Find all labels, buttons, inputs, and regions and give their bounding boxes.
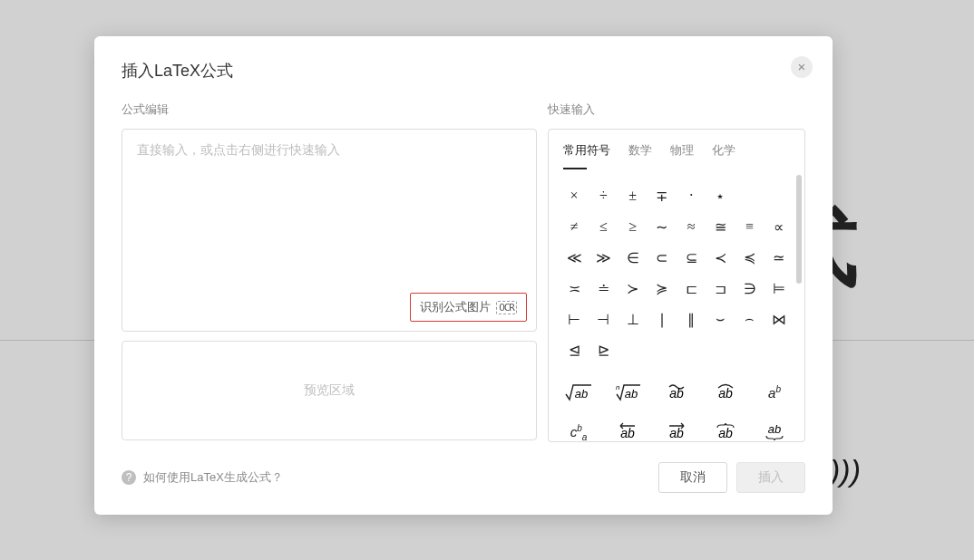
- symbol-cell[interactable]: ≈: [678, 213, 704, 240]
- template-rarrow[interactable]: ab: [656, 416, 697, 441]
- symbol-cell[interactable]: ⌣: [707, 305, 733, 333]
- symbol-cell[interactable]: ≥: [620, 213, 646, 240]
- template-overbrace[interactable]: ab: [705, 416, 746, 441]
- symbol-cell[interactable]: ≍: [561, 275, 587, 302]
- symbol-cell[interactable]: ⊂: [649, 244, 675, 271]
- symbol-cell[interactable]: ⊆: [678, 244, 704, 271]
- symbol-cell[interactable]: ⌢: [737, 305, 763, 333]
- symbol-cell[interactable]: ⊵: [590, 336, 616, 363]
- tab-2[interactable]: 物理: [670, 142, 694, 169]
- symbol-cell[interactable]: ⊣: [590, 305, 616, 333]
- cancel-button[interactable]: 取消: [658, 462, 727, 493]
- symbol-cell[interactable]: ≃: [766, 244, 792, 271]
- tab-0[interactable]: 常用符号: [563, 142, 610, 169]
- template-larrow[interactable]: ab: [607, 416, 648, 441]
- editor-box: 识别公式图片 OCR: [122, 129, 537, 332]
- template-tilde[interactable]: ab: [656, 376, 697, 409]
- symbol-cell[interactable]: ⊏: [678, 275, 704, 302]
- symbol-cell[interactable]: ∋: [737, 275, 763, 302]
- symbol-cell[interactable]: ⊢: [561, 305, 587, 333]
- symbol-cell[interactable]: ±: [620, 182, 646, 209]
- symbol-cell[interactable]: ≅: [707, 213, 733, 240]
- symbol-cell[interactable]: ≐: [590, 275, 616, 302]
- help-icon: ?: [122, 470, 136, 485]
- template-hat[interactable]: ab: [705, 376, 746, 409]
- editor-section-label: 公式编辑: [122, 101, 537, 118]
- template-subsup[interactable]: cba: [558, 416, 599, 441]
- symbol-cell[interactable]: ⊥: [620, 305, 646, 333]
- insert-button[interactable]: 插入: [736, 462, 805, 493]
- ocr-icon: OCR: [496, 301, 517, 314]
- quick-tabs: 常用符号数学物理化学: [549, 130, 804, 169]
- symbol-cell[interactable]: ≤: [590, 213, 616, 240]
- symbol-cell[interactable]: ≡: [737, 213, 763, 240]
- symbol-cell[interactable]: ≽: [649, 275, 675, 302]
- template-underbrace[interactable]: ab: [754, 416, 795, 441]
- svg-text:ab: ab: [718, 426, 733, 440]
- quick-section-label: 快速输入: [548, 101, 805, 118]
- quick-input-panel: 常用符号数学物理化学 ×÷±∓·⋆≠≤≥∼≈≅≡∝≪≫∈⊂⊆≺≼≃≍≐≻≽⊏⊐∋…: [548, 129, 805, 442]
- svg-text:ab: ab: [669, 426, 684, 440]
- svg-text:ab: ab: [625, 387, 638, 401]
- template-nthroot[interactable]: nab: [607, 376, 648, 409]
- template-sup[interactable]: ab: [754, 376, 795, 409]
- symbol-cell[interactable]: ≫: [590, 244, 616, 271]
- svg-text:ab: ab: [669, 386, 684, 401]
- tab-1[interactable]: 数学: [628, 142, 652, 169]
- symbol-cell[interactable]: ∥: [678, 305, 704, 333]
- svg-text:n: n: [616, 383, 620, 391]
- template-sqrt[interactable]: ab: [558, 376, 599, 409]
- symbol-cell[interactable]: ≼: [737, 244, 763, 271]
- symbol-cell[interactable]: ·: [678, 182, 704, 209]
- svg-text:ab: ab: [620, 426, 635, 440]
- ocr-button-label: 识别公式图片: [420, 299, 491, 315]
- help-text: 如何使用LaTeX生成公式？: [143, 469, 283, 486]
- symbol-cell[interactable]: ÷: [590, 182, 616, 209]
- symbol-cell[interactable]: ⊐: [707, 275, 733, 302]
- symbols-area: ×÷±∓·⋆≠≤≥∼≈≅≡∝≪≫∈⊂⊆≺≼≃≍≐≻≽⊏⊐∋⊨⊢⊣⊥∣∥⌣⌢⋈⊴⊵…: [549, 169, 804, 441]
- svg-text:ab: ab: [575, 387, 588, 401]
- symbol-cell[interactable]: ∓: [649, 182, 675, 209]
- symbol-cell[interactable]: ×: [561, 182, 587, 209]
- svg-text:ab: ab: [768, 422, 781, 436]
- svg-text:ab: ab: [718, 386, 733, 401]
- symbol-cell[interactable]: ∝: [766, 213, 792, 240]
- scrollbar-thumb[interactable]: [796, 175, 802, 284]
- symbol-cell[interactable]: ≻: [620, 275, 646, 302]
- ocr-button[interactable]: 识别公式图片 OCR: [410, 293, 527, 322]
- symbol-cell[interactable]: ≪: [561, 244, 587, 271]
- symbol-cell[interactable]: ⋈: [766, 305, 792, 333]
- symbol-cell[interactable]: ⊴: [561, 336, 587, 363]
- symbol-cell[interactable]: ∣: [649, 305, 675, 333]
- symbol-cell[interactable]: ⊨: [766, 275, 792, 302]
- preview-area: 预览区域: [122, 341, 537, 440]
- preview-placeholder: 预览区域: [304, 382, 355, 399]
- symbol-cell[interactable]: ⋆: [707, 182, 733, 209]
- latex-modal: 插入LaTeX公式 × 公式编辑 识别公式图片 OCR 预览区域 快速输入 常用…: [94, 36, 833, 515]
- help-link[interactable]: ? 如何使用LaTeX生成公式？: [122, 469, 283, 486]
- symbol-cell[interactable]: ≺: [707, 244, 733, 271]
- modal-title: 插入LaTeX公式: [122, 60, 805, 82]
- tab-3[interactable]: 化学: [712, 142, 735, 169]
- symbol-cell[interactable]: ∈: [620, 244, 646, 271]
- symbol-cell[interactable]: ≠: [561, 213, 587, 240]
- close-button[interactable]: ×: [791, 56, 813, 78]
- symbol-cell[interactable]: ∼: [649, 213, 675, 240]
